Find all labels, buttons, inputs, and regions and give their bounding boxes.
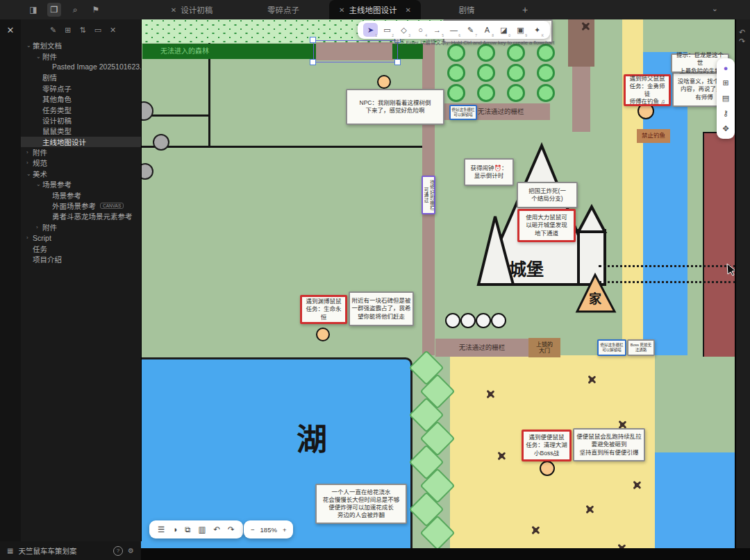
sidebar-item-设计初稿[interactable]: 设计初稿 — [21, 115, 141, 126]
lake-corner[interactable] — [655, 452, 736, 548]
hand-icon[interactable]: ✥ — [722, 124, 728, 133]
selection-handle[interactable] — [394, 59, 401, 65]
sidebar-item-美术[interactable]: ⌄美术 — [21, 169, 141, 179]
note-power[interactable]: 使用大力鼠鼠可 以砸开城堡发现 地下通道 — [517, 209, 576, 242]
green-ring[interactable] — [447, 44, 465, 62]
sidebar-item-附件[interactable]: ›附件 — [21, 147, 141, 158]
green-ring[interactable] — [477, 64, 495, 82]
green-ring[interactable] — [507, 84, 525, 102]
image-tool[interactable]: ▣9 — [513, 23, 528, 37]
chevron-icon[interactable]: › — [26, 149, 33, 155]
zoom-level[interactable]: 185% — [260, 526, 277, 534]
chevron-icon[interactable]: ⌄ — [36, 181, 42, 187]
spider-sprite[interactable] — [531, 525, 540, 535]
undo-icon[interactable]: ↶ — [213, 525, 220, 534]
chevron-down-icon[interactable]: ⌄ — [712, 4, 718, 13]
white-circle[interactable] — [460, 313, 476, 328]
building-area[interactable] — [703, 132, 736, 357]
excalidraw-canvas[interactable]: 无法进入的森林无法通过的栅栏无法通过的栅栏上锁的 大门禁止钓鱼 城堡家湖 NPC… — [141, 19, 736, 548]
lock-icon[interactable]: ⚷ — [723, 109, 728, 118]
green-ring[interactable] — [507, 44, 525, 62]
note-fence-repair[interactable]: 待修好的栅栏可通过 — [422, 176, 435, 214]
draw-tool[interactable]: ✎7 — [463, 23, 478, 37]
history-arrows[interactable]: ↶ ↷ — [736, 15, 750, 46]
arrow-tool[interactable]: →5 — [430, 23, 444, 37]
sidebar-item-主线地图设计[interactable]: 主线地图设计 — [21, 137, 141, 147]
sidebar-toggle-icon[interactable]: ◨ — [26, 3, 40, 17]
green-ring[interactable] — [537, 44, 555, 62]
close-icon[interactable]: ✕ — [110, 26, 116, 35]
spider-sprite[interactable] — [585, 504, 594, 514]
sidebar-item-任务[interactable]: 任务 — [21, 243, 141, 253]
rectangle-tool[interactable]: ▭2 — [380, 23, 394, 37]
sidebar-item-剧情[interactable]: 剧情 — [21, 72, 141, 83]
green-ring[interactable] — [537, 64, 555, 82]
dotted-line[interactable] — [599, 265, 736, 267]
chevron-icon[interactable]: › — [36, 224, 42, 230]
spider-sprite[interactable] — [617, 543, 626, 548]
rock-circle[interactable] — [153, 134, 169, 151]
rock-circle[interactable] — [141, 101, 153, 121]
home-label[interactable]: 家 — [589, 289, 610, 307]
diamond-tool[interactable]: ◇3 — [397, 23, 411, 37]
text-tool[interactable]: A8 — [480, 23, 494, 37]
sidebar-item-场景参考[interactable]: ⌄场景参考 — [21, 179, 141, 189]
zoom-in-button[interactable]: + — [283, 526, 287, 534]
sidebar-item-勇者斗恶龙场景元素参考[interactable]: 勇者斗恶龙场景元素参考 — [21, 211, 141, 221]
sidebar-item-规范[interactable]: ›规范 — [21, 158, 141, 168]
ellipse-tool[interactable]: ○4 — [413, 23, 428, 37]
yellow-road[interactable] — [622, 19, 643, 355]
spider-sprite[interactable] — [497, 451, 506, 461]
tab-设计初稿[interactable]: ✕设计初稿 — [146, 0, 238, 19]
duplicate-icon[interactable]: ⧉ — [185, 525, 190, 534]
chevron-icon[interactable]: ⌄ — [26, 171, 33, 177]
sidebar-item-鼠鼠类型[interactable]: 鼠鼠类型 — [21, 126, 141, 136]
add-file-icon[interactable]: ⊞ — [722, 78, 728, 87]
tab-零碎点子[interactable]: 零碎点子 — [238, 0, 329, 19]
sidebar-item-附件[interactable]: ›附件 — [21, 222, 141, 232]
excalidraw-icon[interactable]: ✕ — [5, 25, 16, 35]
vault-name[interactable]: 天竺鼠车车策划案 — [18, 545, 76, 556]
files-icon[interactable]: ❐ — [47, 3, 61, 17]
tab-主线地图设计[interactable]: ✕主线地图设计✕ — [329, 0, 421, 19]
lake-label[interactable]: 湖 — [297, 415, 345, 459]
spider-sprite[interactable] — [587, 375, 597, 384]
sort-icon[interactable]: ⇅ — [79, 26, 85, 35]
dotted-line[interactable] — [599, 281, 736, 283]
sidebar-item-任务类型[interactable]: 任务类型 — [21, 104, 141, 114]
sidebar-item-场景参考[interactable]: 场景参考 — [21, 189, 141, 200]
note-flower[interactable]: 一个人一直在给花浇水 花会慢慢长大但时间总是不够 便便炸弹可以加速花成长 旁边的… — [315, 484, 407, 524]
green-ring[interactable] — [537, 84, 555, 102]
spider-sprite[interactable] — [581, 22, 590, 31]
sidebar-item-项目介绍[interactable]: 项目介绍 — [21, 254, 141, 264]
note-scholar[interactable]: 遇到渊博鼠鼠 任务：生命永恒 — [300, 295, 347, 324]
grid-line[interactable] — [141, 146, 422, 148]
road-right[interactable] — [572, 67, 590, 132]
no-fishing-sign[interactable]: 禁止钓鱼 — [637, 129, 670, 143]
new-folder-icon[interactable]: ⊞ — [65, 26, 71, 35]
fence-bar-2[interactable]: 无法通过的栅栏 — [435, 339, 528, 357]
locked-gate[interactable]: 上锁的 大门 — [528, 338, 560, 357]
zoom-out-button[interactable]: − — [251, 526, 255, 534]
menu-icon[interactable]: ☰ — [158, 525, 165, 534]
note-poop[interactable]: 遇到便便鼠鼠 任务：清理大湖 小Boss战 — [522, 430, 572, 461]
note-poop-info[interactable]: 便便鼠鼠会乱跑持续乱拉 要避免被砸到 坚持直到所有便便引爆 — [573, 428, 645, 461]
laser-tool[interactable]: ✦K — [530, 23, 544, 37]
bookmark-icon[interactable]: ⚑ — [89, 3, 103, 17]
forest-bar[interactable]: 无法进入的森林 — [142, 44, 316, 59]
selection-tool[interactable]: ➤1 — [363, 23, 378, 37]
sidebar-item-附件[interactable]: ⌄附件 — [21, 51, 141, 61]
spider-sprite[interactable] — [632, 480, 642, 490]
note-fence-unlock-2[interactable]: 修好这条栅栏 可以解锁喵 — [597, 339, 626, 356]
note-npc-tree[interactable]: NPC：我刚刚看着这棵树倒 下来了，感觉好危险啊 — [346, 89, 444, 125]
help-icon[interactable]: ? — [113, 546, 123, 556]
search-icon[interactable]: ⌕ — [68, 3, 82, 17]
sidebar-item-Pasted Image 2025101623...[interactable]: Pasted Image 2025101623...PNG — [21, 62, 141, 72]
note-stele[interactable]: 附近有一块石碑但是被 一群强盗霸占了，我希 望你能将他们赶走 — [349, 291, 414, 326]
new-tab-button[interactable]: + — [522, 0, 528, 19]
chevron-icon[interactable]: › — [26, 235, 33, 241]
close-icon[interactable]: ✕ — [406, 6, 411, 14]
trash-icon[interactable]: ▥ — [198, 525, 206, 534]
new-note-icon[interactable]: ✎ — [50, 26, 56, 35]
green-ring[interactable] — [507, 64, 525, 82]
